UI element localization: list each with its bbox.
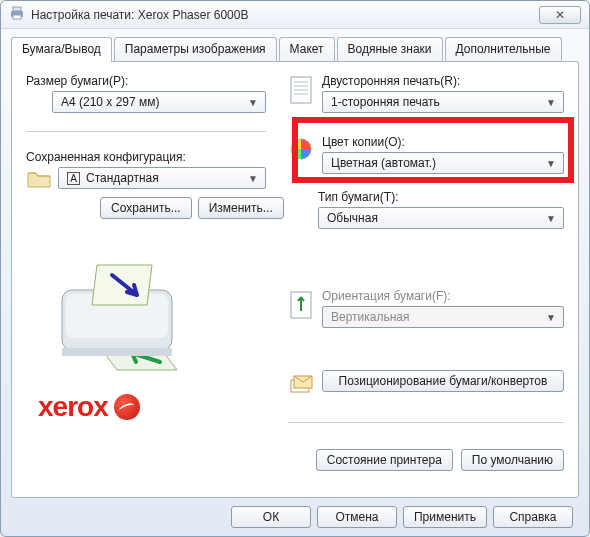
color-copy-value: Цветная (автомат.) <box>331 156 543 170</box>
svg-rect-7 <box>62 348 172 356</box>
a-icon: A <box>67 172 80 185</box>
save-button[interactable]: Сохранить... <box>100 197 192 219</box>
ok-button[interactable]: ОК <box>231 506 311 528</box>
paper-size-combo[interactable]: A4 (210 x 297 мм) ▼ <box>52 91 266 113</box>
color-wheel-icon <box>288 135 314 174</box>
brand-sphere-icon <box>114 394 140 420</box>
brand-word: xerox <box>38 391 108 423</box>
chevron-down-icon: ▼ <box>543 97 559 108</box>
saved-config-label: Сохраненная конфигурация: <box>26 150 266 164</box>
restore-defaults-button[interactable]: По умолчанию <box>461 449 564 471</box>
paper-type-combo[interactable]: Обычная ▼ <box>318 207 564 229</box>
print-setup-window: Настройка печати: Xerox Phaser 6000B ✕ Б… <box>0 0 590 537</box>
tab-image-params[interactable]: Параметры изображения <box>114 37 277 62</box>
help-button[interactable]: Справка <box>493 506 573 528</box>
duplex-label: Двусторонняя печать(R): <box>322 74 564 88</box>
chevron-down-icon: ▼ <box>245 97 261 108</box>
duplex-page-icon <box>288 74 314 113</box>
apply-button[interactable]: Применить <box>403 506 487 528</box>
edit-button[interactable]: Изменить... <box>198 197 284 219</box>
color-copy-label: Цвет копии(O): <box>322 135 564 149</box>
brand: xerox <box>38 391 266 423</box>
orientation-label: Ориентация бумаги(F): <box>322 289 564 303</box>
orientation-combo: Вертикальная ▼ <box>322 306 564 328</box>
paper-size-value: A4 (210 x 297 мм) <box>61 95 245 109</box>
printer-status-button[interactable]: Состояние принтера <box>316 449 453 471</box>
printer-illustration <box>42 235 202 385</box>
tab-strip: Бумага/Вывод Параметры изображения Макет… <box>11 37 579 62</box>
tab-advanced[interactable]: Дополнительные <box>445 37 562 62</box>
titlebar: Настройка печати: Xerox Phaser 6000B ✕ <box>1 1 589 29</box>
envelope-stack-icon <box>288 370 314 396</box>
printer-icon <box>9 5 31 24</box>
window-title: Настройка печати: Xerox Phaser 6000B <box>31 8 539 22</box>
cancel-button[interactable]: Отмена <box>317 506 397 528</box>
chevron-down-icon: ▼ <box>245 173 261 184</box>
chevron-down-icon: ▼ <box>543 158 559 169</box>
orientation-value: Вертикальная <box>331 310 543 324</box>
tab-layout[interactable]: Макет <box>279 37 335 62</box>
paper-type-label: Тип бумаги(T): <box>318 190 564 204</box>
tab-page-paper-output: Размер бумаги(P): A4 (210 x 297 мм) ▼ Со… <box>11 61 579 498</box>
paper-size-label: Размер бумаги(P): <box>26 74 266 88</box>
folder-icon <box>26 167 52 189</box>
orientation-page-icon <box>288 289 314 328</box>
color-copy-combo[interactable]: Цветная (автомат.) ▼ <box>322 152 564 174</box>
chevron-down-icon: ▼ <box>543 213 559 224</box>
svg-rect-2 <box>13 15 21 19</box>
position-paper-button[interactable]: Позиционирование бумаги/конвертов <box>322 370 564 392</box>
close-button[interactable]: ✕ <box>539 6 581 24</box>
tab-paper-output[interactable]: Бумага/Вывод <box>11 37 112 62</box>
tab-watermarks[interactable]: Водяные знаки <box>337 37 443 62</box>
paper-type-value: Обычная <box>327 211 543 225</box>
duplex-value: 1-сторонняя печать <box>331 95 543 109</box>
svg-rect-1 <box>13 7 21 11</box>
saved-config-value: Стандартная <box>86 171 245 185</box>
saved-config-combo[interactable]: A Стандартная ▼ <box>58 167 266 189</box>
close-icon: ✕ <box>555 8 565 22</box>
dialog-footer: ОК Отмена Применить Справка <box>11 498 579 528</box>
chevron-down-icon: ▼ <box>543 312 559 323</box>
duplex-combo[interactable]: 1-сторонняя печать ▼ <box>322 91 564 113</box>
